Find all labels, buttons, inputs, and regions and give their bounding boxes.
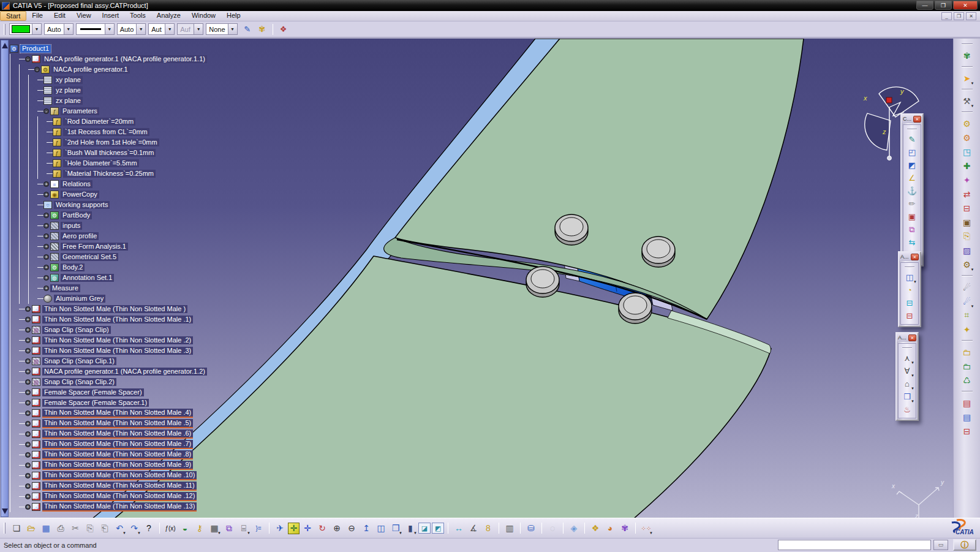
tree-item[interactable]: +inputs	[10, 221, 390, 231]
multi-view-icon[interactable]: ◫	[374, 521, 388, 535]
wizard-icon[interactable]: ✾	[255, 23, 269, 36]
apply-material-icon[interactable]: ❖	[277, 23, 290, 36]
powercopy-icon[interactable]: ✾	[618, 521, 631, 535]
view-mode-1-icon[interactable]: ◪	[418, 523, 431, 534]
toolbar-title[interactable]: A...✕	[897, 333, 918, 342]
close-icon[interactable]: ✕	[913, 116, 921, 123]
print-icon[interactable]: ⎙	[54, 521, 67, 535]
open-box-icon[interactable]: ◳	[960, 145, 974, 159]
save-icon[interactable]: ▦	[39, 521, 53, 535]
tree-item[interactable]: ƒ`Rod Diameter`=20mm	[10, 116, 390, 127]
kinematics-icon[interactable]: ▤	[960, 396, 974, 410]
brace-equal-icon[interactable]: }=	[252, 521, 265, 535]
toolbar-title[interactable]: A...✕	[899, 252, 920, 261]
tree-item[interactable]: +⚙Thin Non Slotted Male (Thin Non Slotte…	[10, 429, 390, 439]
tree-toggle[interactable]: +	[43, 275, 49, 281]
menu-file[interactable]: File	[26, 11, 48, 21]
toolbar-grip[interactable]	[902, 347, 912, 349]
analysis-glasses-icon[interactable]: ✎	[905, 133, 919, 146]
tree-toggle[interactable]: +	[43, 223, 49, 229]
tree-item[interactable]: +◍Annotation Set.1	[10, 273, 390, 283]
key-icon[interactable]: ⚷	[193, 521, 206, 535]
measure-between-icon[interactable]: ↔	[452, 521, 466, 535]
pan-icon[interactable]: ✛	[301, 521, 314, 535]
picture-icon[interactable]: ▨	[960, 243, 974, 257]
folder-open-cyan-icon[interactable]: 🗀	[960, 345, 974, 359]
comment-icon[interactable]: ◒	[178, 521, 192, 535]
tree-item[interactable]: +⚙PartBody	[10, 210, 390, 221]
zoom-out-icon[interactable]: ⊖	[345, 521, 358, 535]
dock-grip[interactable]	[962, 391, 973, 392]
chevron-down-icon[interactable]: ▼	[105, 24, 114, 34]
tree-item[interactable]: +⚙Thin Non Slotted Male (Thin Non Slotte…	[10, 460, 390, 471]
tree-item[interactable]: +⚙Thin Non Slotted Male (Thin Non Slotte…	[10, 450, 390, 460]
rotate-icon[interactable]: ↻	[315, 521, 329, 535]
tree-item[interactable]: ƒ`1st Recess from CL`=0mm	[10, 127, 390, 137]
tree-item[interactable]: +⚙Thin Non Slotted Male (Thin Non Slotte…	[10, 304, 390, 314]
eraser-icon[interactable]: ◈	[567, 521, 581, 535]
tree-item[interactable]: +⚙Thin Non Slotted Male (Thin Non Slotte…	[10, 314, 390, 325]
tree-item[interactable]: +▨Snap Clip (Snap Clip)	[10, 325, 390, 335]
tree-structure-icon[interactable]: ⊟	[902, 297, 917, 309]
tree-item[interactable]: ƒ`2nd Hole from 1st Hole`=0mm	[10, 137, 390, 148]
menu-window[interactable]: Window	[186, 11, 221, 21]
tree-toggle[interactable]: +	[25, 306, 31, 312]
tree-item[interactable]: +⚙Thin Non Slotted Male (Thin Non Slotte…	[10, 491, 390, 502]
folder-export-icon[interactable]: 🗀	[960, 359, 974, 373]
painter-icon[interactable]: ✎	[241, 23, 254, 36]
copy-icon[interactable]: ⎘	[83, 521, 97, 535]
tree-item[interactable]: -⚙NACA profile generator.1	[10, 64, 390, 75]
tree-scroll-strip[interactable]	[1, 40, 9, 517]
tree-item[interactable]: yz plane	[10, 85, 390, 96]
tree-item[interactable]: +Geometrical Set.5	[10, 252, 390, 262]
new-icon[interactable]: ❏	[10, 521, 23, 535]
bounding-frame-icon[interactable]: ⌗	[960, 308, 974, 322]
mdi-restore-button[interactable]: ❐	[954, 12, 964, 20]
tree-item[interactable]: +⚙Thin Non Slotted Male (Thin Non Slotte…	[10, 439, 390, 450]
redo-icon[interactable]: ↷▼	[127, 521, 141, 535]
tree-item[interactable]: ƒ`Hole Diameter`=5.5mm	[10, 158, 390, 168]
toolbar-grip[interactable]	[4, 24, 6, 35]
tree-toggle[interactable]: +	[25, 410, 31, 416]
tree-item[interactable]: +=Relations	[10, 179, 390, 189]
tree-toggle[interactable]: -	[43, 108, 49, 114]
tree-toggle[interactable]: +	[25, 327, 31, 333]
tree-toggle[interactable]: +	[25, 452, 31, 458]
tree-item[interactable]: +Measure	[10, 283, 390, 293]
picture-frame-icon[interactable]: ▣	[960, 215, 974, 229]
chevron-down-icon[interactable]: ▼	[136, 24, 145, 34]
formula-icon[interactable]: ƒ(x)	[164, 521, 177, 535]
minimize-button[interactable]: —	[916, 1, 933, 10]
stylus-icon[interactable]: ✏	[905, 197, 919, 210]
render-icon[interactable]: ⛁	[524, 521, 538, 535]
style-combo[interactable]: Auto▼	[117, 23, 146, 35]
kinematics-2-icon[interactable]: ▤	[960, 410, 974, 424]
open-icon[interactable]: 🗁	[24, 521, 38, 535]
tree-item[interactable]: +⚙Female Spacer (Female Spacer)	[10, 387, 390, 398]
weld-mark-icon[interactable]: ⋏▼	[900, 352, 914, 365]
tree-item[interactable]: +▨Snap Clip (Snap Clip.1)	[10, 356, 390, 366]
replace-component-icon[interactable]: ⇄	[960, 187, 974, 201]
graph-links-icon[interactable]: ⧉	[222, 521, 236, 535]
fly-mode-icon[interactable]: ✈	[273, 521, 287, 535]
toolbar-grip[interactable]	[907, 129, 917, 130]
tree-item[interactable]: +Free Form Analysis.1	[10, 241, 390, 252]
tree-toggle[interactable]: +	[25, 442, 31, 447]
toolbar-title[interactable]: C...✕	[902, 115, 922, 123]
product-gear-icon[interactable]: ⚙	[960, 130, 974, 145]
chevron-down-icon[interactable]: ▼	[194, 24, 203, 34]
tree-toggle[interactable]: +	[25, 431, 31, 437]
thickness-combo[interactable]: ▼	[76, 23, 115, 35]
tree-structure-red-icon[interactable]: ⊟	[902, 309, 917, 322]
lock-icon[interactable]: ⌸▼	[237, 521, 251, 535]
tree-toggle[interactable]: +	[25, 390, 31, 395]
constraints-icon[interactable]: ⁘⁘▼	[639, 521, 653, 535]
copy-structure-icon[interactable]: ⎘	[960, 229, 974, 243]
catalog-browser-icon[interactable]: ◕	[603, 521, 617, 535]
tree-item[interactable]: xy plane	[10, 75, 390, 85]
components-menu-icon[interactable]: ⚙▼	[960, 257, 974, 271]
mouse-sim-2-icon[interactable]: ☄▼	[960, 294, 974, 308]
layer-combo[interactable]: Auto▼	[44, 23, 74, 35]
dock-grip[interactable]	[962, 340, 973, 341]
tree-toggle[interactable]: +	[43, 181, 49, 187]
